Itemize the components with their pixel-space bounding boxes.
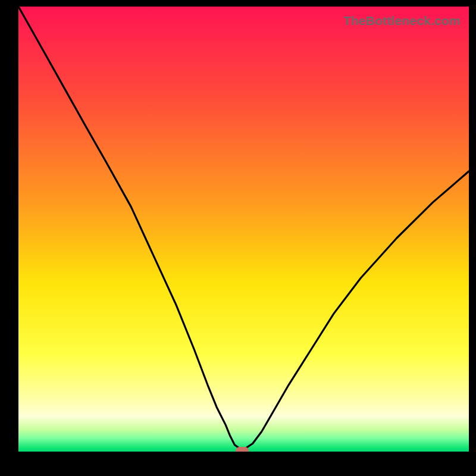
- plot-area: TheBottleneck.com: [18, 7, 469, 452]
- chart-frame: TheBottleneck.com: [0, 0, 476, 476]
- watermark-text: TheBottleneck.com: [343, 14, 461, 28]
- bottleneck-curve: [18, 7, 469, 452]
- optimal-point-marker: [236, 447, 249, 452]
